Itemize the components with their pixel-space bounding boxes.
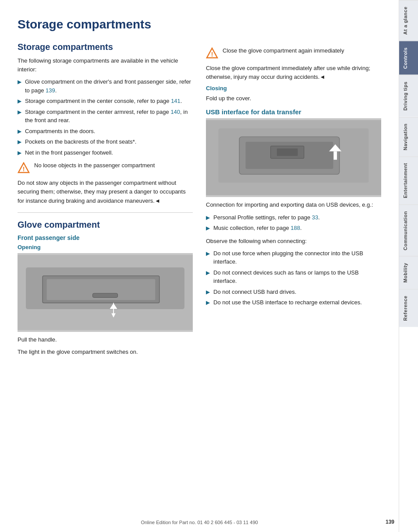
bullet-arrow-icon: ▶ [18,97,21,105]
page-title: Storage compartments [18,13,381,32]
sidebar-tab-communication[interactable]: Communication [399,204,418,257]
sidebar-tab-navigation[interactable]: Navigation [399,117,418,156]
list-item: ▶ Personal Profile settings, refer to pa… [206,213,381,222]
page-number: 139 [386,519,394,525]
closing-body: Fold up the cover. [206,94,381,103]
bullet-arrow-icon: ▶ [206,299,210,307]
footer: Online Edition for Part no. 01 40 2 606 … [0,520,399,525]
usb-section-title: USB interface for data transfer [206,108,381,116]
warning-triangle-close-icon: ! [206,47,218,60]
link-33[interactable]: 33 [312,214,318,221]
warning-triangle-icon: ! [18,162,30,174]
warning-box-passenger: ! No loose objects in the passenger comp… [18,161,193,174]
link-141[interactable]: 141 [171,98,181,104]
bullet-arrow-icon: ▶ [18,108,21,116]
list-item: ▶ Storage compartment in the center cons… [18,97,193,106]
observe-bullet-list: ▶ Do not use force when plugging the con… [206,249,381,307]
opening-body1: Pull the handle. [18,335,193,344]
warning-body-close: Close the glove compartment immediately … [206,64,381,81]
list-item: ▶ Glove compartment on the driver's and … [18,78,193,95]
svg-text:!: ! [23,166,25,173]
list-item: ▶ Do not connect devices such as fans or… [206,268,381,285]
warning-text-close: Close the glove compartment again immedi… [223,46,344,55]
sidebar-tabs: At a glance Controls Driving tips Naviga… [399,0,418,532]
link-188[interactable]: 188 [290,225,300,231]
opening-image [18,253,193,332]
opening-title: Opening [18,244,193,250]
bullet-arrow-icon: ▶ [18,149,21,157]
list-item: ▶ Pockets on the backrests of the front … [18,137,193,146]
list-item: ▶ Do not use force when plugging the con… [206,249,381,266]
link-139[interactable]: 139 [46,87,55,94]
glove-section-title: Glove compartment [18,220,193,230]
usb-bullet-list: ▶ Personal Profile settings, refer to pa… [206,213,381,233]
storage-bullet-list: ▶ Glove compartment on the driver's and … [18,78,193,157]
warning-body-passenger: Do not stow any objects in the passenger… [18,179,193,205]
warning-box-close: ! Close the glove compartment again imme… [206,46,381,60]
list-item: ▶ Compartments in the doors. [18,127,193,136]
right-column: ! Close the glove compartment again imme… [206,42,381,360]
sidebar-tab-mobility[interactable]: Mobility [399,256,418,289]
list-item: ▶ Storage compartment in the center armr… [18,108,193,125]
sidebar-tab-reference[interactable]: Reference [399,289,418,327]
svg-rect-17 [277,148,298,156]
usb-intro: Connection for importing and exporting d… [206,201,381,209]
link-140[interactable]: 140 [170,109,180,115]
list-item: ▶ Do not use the USB interface to rechar… [206,298,381,307]
closing-title: Closing [206,85,381,92]
svg-text:!: ! [211,51,213,58]
footer-text: Online Edition for Part no. 01 40 2 606 … [141,520,258,525]
observe-intro: Observe the following when connecting: [206,237,381,246]
bullet-arrow-icon: ▶ [206,214,210,222]
svg-rect-19 [333,151,337,160]
list-item: ▶ Music collection, refer to page 188. [206,224,381,233]
bullet-arrow-icon: ▶ [18,127,21,135]
usb-image [206,118,381,197]
sidebar-tab-driving-tips[interactable]: Driving tips [399,75,418,117]
warning-text-passenger: No loose objects in the passenger compar… [34,161,155,170]
list-item: ▶ Do not connect USB hard drives. [206,288,381,296]
storage-section-title: Storage compartments [18,42,193,52]
bullet-arrow-icon: ▶ [18,78,21,86]
opening-body2: The light in the glove compartment switc… [18,348,193,356]
storage-intro: The following storage compartments are a… [18,56,193,74]
bullet-arrow-icon: ▶ [206,250,210,257]
bullet-arrow-icon: ▶ [206,288,210,296]
bullet-arrow-icon: ▶ [206,269,210,277]
sidebar-tab-entertainment[interactable]: Entertainment [399,156,418,204]
front-passenger-side-title: Front passenger side [18,234,193,241]
bullet-arrow-icon: ▶ [206,224,210,232]
section-divider [18,212,193,213]
svg-rect-6 [92,293,117,298]
sidebar-tab-at-a-glance[interactable]: At a glance [399,0,418,41]
left-column: Storage compartments The following stora… [18,42,193,360]
sidebar-tab-controls[interactable]: Controls [399,41,418,75]
bullet-arrow-icon: ▶ [18,138,21,146]
list-item: ▶ Net in the front passenger footwell. [18,148,193,157]
